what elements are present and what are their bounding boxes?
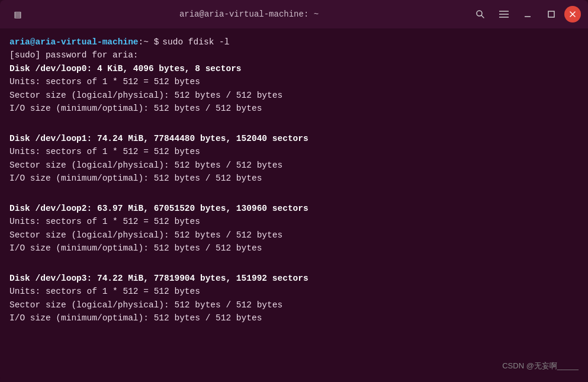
close-button[interactable] bbox=[564, 6, 581, 23]
maximize-icon bbox=[547, 10, 555, 18]
normal-line: Units: sectors of 1 * 512 = 512 bytes bbox=[9, 285, 579, 298]
blank-line bbox=[9, 185, 579, 194]
titlebar: ▤ aria@aria-virtual-machine: ~ bbox=[0, 0, 588, 28]
blank-line bbox=[9, 264, 579, 272]
svg-rect-6 bbox=[548, 11, 554, 17]
normal-line: I/O size (minimum/optimal): 512 bytes / … bbox=[9, 242, 579, 255]
disk-header-line: Disk /dev/loop0: 4 KiB, 4096 bytes, 8 se… bbox=[9, 62, 579, 75]
search-icon bbox=[475, 9, 485, 19]
watermark: CSDN @无妄啊_____ bbox=[502, 361, 579, 371]
disk-header-line: Disk /dev/loop3: 74.22 MiB, 77819904 byt… bbox=[9, 272, 579, 285]
minimize-button[interactable] bbox=[517, 4, 538, 25]
normal-line: Sector size (logical/physical): 512 byte… bbox=[9, 298, 579, 312]
search-button[interactable] bbox=[470, 4, 491, 25]
prompt-user: aria@aria-virtual-machine bbox=[9, 36, 139, 49]
blank-line bbox=[9, 115, 579, 124]
normal-line: Units: sectors of 1 * 512 = 512 bytes bbox=[9, 145, 579, 158]
minimize-icon bbox=[523, 10, 532, 18]
normal-line: I/O size (minimum/optimal): 512 bytes / … bbox=[9, 312, 579, 325]
titlebar-left: ▤ bbox=[7, 4, 28, 25]
terminal-icon: ▤ bbox=[15, 8, 21, 21]
blank-line bbox=[9, 124, 579, 132]
prompt-dollar: $ bbox=[149, 36, 159, 49]
maximize-button[interactable] bbox=[541, 4, 562, 25]
normal-line: Sector size (logical/physical): 512 byte… bbox=[9, 159, 579, 172]
terminal-output: [sudo] password for aria:Disk /dev/loop0… bbox=[9, 49, 579, 325]
blank-line bbox=[9, 194, 579, 202]
terminal-icon-button[interactable]: ▤ bbox=[7, 4, 28, 25]
titlebar-controls bbox=[470, 4, 581, 25]
normal-line: I/O size (minimum/optimal): 512 bytes / … bbox=[9, 102, 579, 115]
hamburger-icon bbox=[499, 10, 509, 18]
normal-line: Sector size (logical/physical): 512 byte… bbox=[9, 229, 579, 242]
prompt-line: aria@aria-virtual-machine : ~ $ sudo fdi… bbox=[9, 36, 579, 49]
normal-line: Units: sectors of 1 * 512 = 512 bytes bbox=[9, 75, 579, 88]
disk-header-line: Disk /dev/loop2: 63.97 MiB, 67051520 byt… bbox=[9, 202, 579, 215]
normal-line: Units: sectors of 1 * 512 = 512 bytes bbox=[9, 215, 579, 228]
prompt-path: ~ bbox=[143, 36, 149, 49]
close-icon bbox=[569, 11, 576, 18]
blank-line bbox=[9, 255, 579, 264]
normal-line: Sector size (logical/physical): 512 byte… bbox=[9, 89, 579, 102]
terminal-window: ▤ aria@aria-virtual-machine: ~ bbox=[0, 0, 588, 382]
menu-button[interactable] bbox=[493, 4, 515, 25]
disk-header-line: Disk /dev/loop1: 74.24 MiB, 77844480 byt… bbox=[9, 132, 579, 145]
titlebar-title: aria@aria-virtual-machine: ~ bbox=[28, 9, 470, 19]
prompt-command: sudo fdisk -l bbox=[162, 36, 229, 49]
terminal-body[interactable]: aria@aria-virtual-machine : ~ $ sudo fdi… bbox=[0, 28, 588, 382]
sudo-line: [sudo] password for aria: bbox=[9, 49, 579, 62]
normal-line: I/O size (minimum/optimal): 512 bytes / … bbox=[9, 172, 579, 185]
prompt-colon: : bbox=[139, 36, 144, 49]
svg-line-1 bbox=[481, 15, 484, 18]
